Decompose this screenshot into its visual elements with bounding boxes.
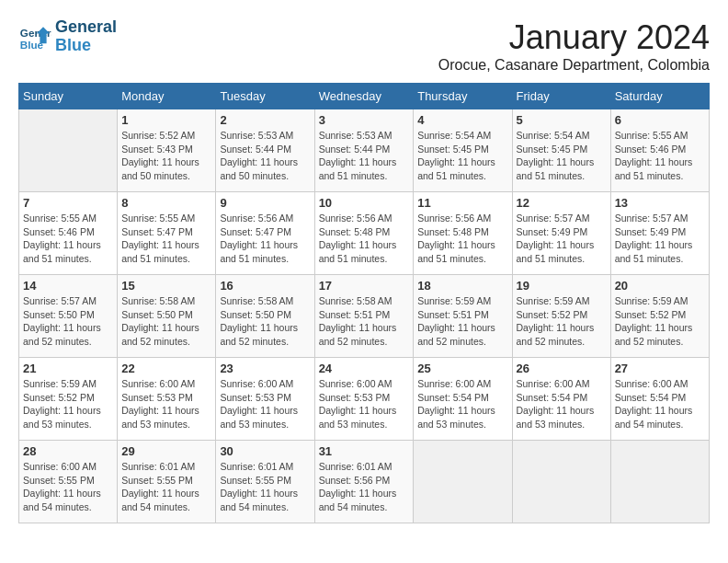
day-info: Sunrise: 6:01 AMSunset: 5:55 PMDaylight:… <box>220 460 310 514</box>
day-info: Sunrise: 5:58 AMSunset: 5:50 PMDaylight:… <box>220 294 310 349</box>
day-number: 10 <box>319 196 410 210</box>
day-number: 1 <box>121 113 211 127</box>
day-info: Sunrise: 5:57 AMSunset: 5:49 PMDaylight:… <box>517 212 607 266</box>
day-cell: 20Sunrise: 5:59 AMSunset: 5:52 PMDayligh… <box>610 275 709 358</box>
day-cell: 23Sunrise: 6:00 AMSunset: 5:53 PMDayligh… <box>216 358 314 441</box>
day-cell: 19Sunrise: 5:59 AMSunset: 5:52 PMDayligh… <box>512 275 610 358</box>
day-cell <box>512 441 610 523</box>
day-number: 16 <box>220 279 310 293</box>
day-number: 12 <box>517 196 607 210</box>
day-info: Sunrise: 5:56 AMSunset: 5:48 PMDaylight:… <box>417 212 507 266</box>
week-row-1: 1Sunrise: 5:52 AMSunset: 5:43 PMDaylight… <box>19 109 710 192</box>
header: General Blue General Blue January 2024 O… <box>18 18 710 74</box>
day-number: 9 <box>220 196 310 210</box>
column-header-sunday: Sunday <box>19 84 118 109</box>
week-row-5: 28Sunrise: 6:00 AMSunset: 5:55 PMDayligh… <box>19 441 710 523</box>
day-cell: 14Sunrise: 5:57 AMSunset: 5:50 PMDayligh… <box>19 275 118 358</box>
day-cell: 24Sunrise: 6:00 AMSunset: 5:53 PMDayligh… <box>314 358 414 441</box>
day-info: Sunrise: 5:57 AMSunset: 5:49 PMDaylight:… <box>615 212 705 266</box>
day-info: Sunrise: 6:00 AMSunset: 5:53 PMDaylight:… <box>319 377 410 431</box>
day-cell <box>414 441 512 523</box>
column-header-tuesday: Tuesday <box>216 84 314 109</box>
day-number: 30 <box>220 444 310 458</box>
column-header-saturday: Saturday <box>610 84 709 109</box>
logo: General Blue General Blue <box>18 18 117 55</box>
day-info: Sunrise: 5:55 AMSunset: 5:46 PMDaylight:… <box>615 129 705 183</box>
day-cell: 25Sunrise: 6:00 AMSunset: 5:54 PMDayligh… <box>414 358 512 441</box>
month-title: January 2024 <box>438 18 710 57</box>
day-number: 7 <box>23 196 113 210</box>
week-row-2: 7Sunrise: 5:55 AMSunset: 5:46 PMDaylight… <box>19 192 710 275</box>
day-number: 14 <box>23 279 113 293</box>
day-number: 27 <box>615 362 705 375</box>
day-cell: 6Sunrise: 5:55 AMSunset: 5:46 PMDaylight… <box>610 109 709 192</box>
day-info: Sunrise: 5:59 AMSunset: 5:52 PMDaylight:… <box>615 294 705 349</box>
day-info: Sunrise: 6:00 AMSunset: 5:54 PMDaylight:… <box>517 377 607 431</box>
day-info: Sunrise: 6:00 AMSunset: 5:55 PMDaylight:… <box>23 460 113 514</box>
day-number: 4 <box>417 113 507 127</box>
day-number: 23 <box>220 362 310 375</box>
column-header-thursday: Thursday <box>414 84 512 109</box>
day-number: 20 <box>615 279 705 293</box>
calendar-table: SundayMondayTuesdayWednesdayThursdayFrid… <box>18 83 710 523</box>
day-info: Sunrise: 6:01 AMSunset: 5:56 PMDaylight:… <box>319 460 410 514</box>
day-info: Sunrise: 6:00 AMSunset: 5:53 PMDaylight:… <box>121 377 211 431</box>
day-info: Sunrise: 5:59 AMSunset: 5:52 PMDaylight:… <box>517 294 607 349</box>
day-info: Sunrise: 6:00 AMSunset: 5:54 PMDaylight:… <box>417 377 507 431</box>
day-info: Sunrise: 5:58 AMSunset: 5:51 PMDaylight:… <box>319 294 410 349</box>
day-info: Sunrise: 5:55 AMSunset: 5:46 PMDaylight:… <box>23 212 113 266</box>
day-cell: 28Sunrise: 6:00 AMSunset: 5:55 PMDayligh… <box>19 441 118 523</box>
column-header-friday: Friday <box>512 84 610 109</box>
day-info: Sunrise: 5:56 AMSunset: 5:48 PMDaylight:… <box>319 212 410 266</box>
location-title: Orocue, Casanare Department, Colombia <box>438 57 710 74</box>
day-info: Sunrise: 5:53 AMSunset: 5:44 PMDaylight:… <box>319 129 410 183</box>
day-cell: 17Sunrise: 5:58 AMSunset: 5:51 PMDayligh… <box>314 275 414 358</box>
title-area: January 2024 Orocue, Casanare Department… <box>438 18 710 74</box>
day-cell: 4Sunrise: 5:54 AMSunset: 5:45 PMDaylight… <box>414 109 512 192</box>
day-number: 17 <box>319 279 410 293</box>
week-row-4: 21Sunrise: 5:59 AMSunset: 5:52 PMDayligh… <box>19 358 710 441</box>
day-number: 26 <box>517 362 607 375</box>
day-cell: 8Sunrise: 5:55 AMSunset: 5:47 PMDaylight… <box>118 192 216 275</box>
day-number: 22 <box>121 362 211 375</box>
day-number: 2 <box>220 113 310 127</box>
day-info: Sunrise: 5:56 AMSunset: 5:47 PMDaylight:… <box>220 212 310 266</box>
day-cell: 7Sunrise: 5:55 AMSunset: 5:46 PMDaylight… <box>19 192 118 275</box>
day-number: 15 <box>121 279 211 293</box>
day-cell: 1Sunrise: 5:52 AMSunset: 5:43 PMDaylight… <box>118 109 216 192</box>
day-info: Sunrise: 5:54 AMSunset: 5:45 PMDaylight:… <box>517 129 607 183</box>
day-number: 5 <box>517 113 607 127</box>
day-cell: 15Sunrise: 5:58 AMSunset: 5:50 PMDayligh… <box>118 275 216 358</box>
day-number: 24 <box>319 362 410 375</box>
day-cell: 3Sunrise: 5:53 AMSunset: 5:44 PMDaylight… <box>314 109 414 192</box>
day-number: 6 <box>615 113 705 127</box>
day-cell: 12Sunrise: 5:57 AMSunset: 5:49 PMDayligh… <box>512 192 610 275</box>
day-number: 13 <box>615 196 705 210</box>
day-cell <box>19 109 118 192</box>
day-info: Sunrise: 5:54 AMSunset: 5:45 PMDaylight:… <box>417 129 507 183</box>
day-number: 8 <box>121 196 211 210</box>
day-cell: 26Sunrise: 6:00 AMSunset: 5:54 PMDayligh… <box>512 358 610 441</box>
day-number: 28 <box>23 444 113 458</box>
logo-icon: General Blue <box>18 20 51 53</box>
calendar-header-row: SundayMondayTuesdayWednesdayThursdayFrid… <box>19 84 710 109</box>
day-number: 11 <box>417 196 507 210</box>
day-cell: 27Sunrise: 6:00 AMSunset: 5:54 PMDayligh… <box>610 358 709 441</box>
day-info: Sunrise: 5:57 AMSunset: 5:50 PMDaylight:… <box>23 294 113 349</box>
day-number: 18 <box>417 279 507 293</box>
column-header-monday: Monday <box>118 84 216 109</box>
day-cell: 11Sunrise: 5:56 AMSunset: 5:48 PMDayligh… <box>414 192 512 275</box>
column-header-wednesday: Wednesday <box>314 84 414 109</box>
day-cell: 18Sunrise: 5:59 AMSunset: 5:51 PMDayligh… <box>414 275 512 358</box>
day-info: Sunrise: 5:59 AMSunset: 5:52 PMDaylight:… <box>23 377 113 431</box>
day-info: Sunrise: 5:58 AMSunset: 5:50 PMDaylight:… <box>121 294 211 349</box>
day-cell: 30Sunrise: 6:01 AMSunset: 5:55 PMDayligh… <box>216 441 314 523</box>
day-cell: 5Sunrise: 5:54 AMSunset: 5:45 PMDaylight… <box>512 109 610 192</box>
logo-text-blue: Blue <box>55 37 117 55</box>
day-info: Sunrise: 5:55 AMSunset: 5:47 PMDaylight:… <box>121 212 211 266</box>
day-info: Sunrise: 5:52 AMSunset: 5:43 PMDaylight:… <box>121 129 211 183</box>
day-number: 31 <box>319 444 410 458</box>
logo-text-general: General <box>55 18 117 37</box>
day-number: 3 <box>319 113 410 127</box>
day-cell: 13Sunrise: 5:57 AMSunset: 5:49 PMDayligh… <box>610 192 709 275</box>
